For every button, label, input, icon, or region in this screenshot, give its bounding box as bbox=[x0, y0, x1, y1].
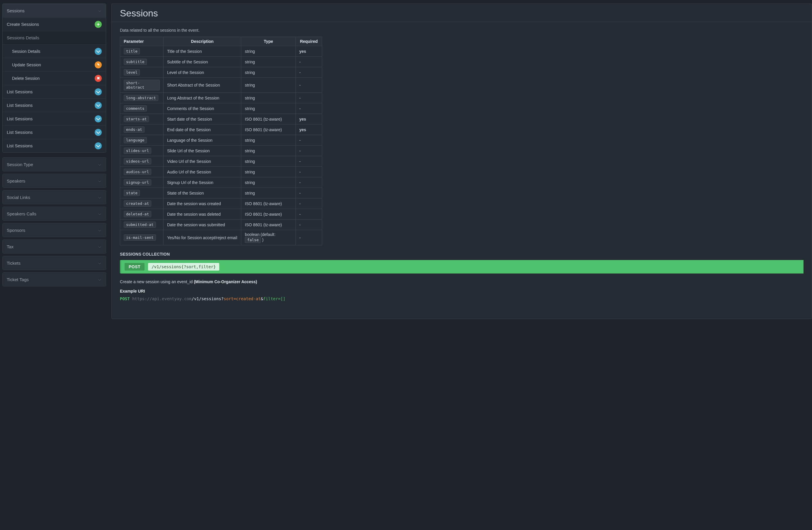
endpoint-description-bold: (Minimum Co-Organizer Access) bbox=[194, 279, 257, 284]
nav-header-tickets[interactable]: Tickets bbox=[3, 256, 106, 270]
cell-description: Audio Url of the Session bbox=[163, 167, 241, 177]
page-body: Data related to all the sessions in the … bbox=[112, 22, 812, 307]
nav-header-sponsors[interactable]: Sponsors bbox=[3, 223, 106, 237]
nav-group-ticket-tags: Ticket Tags bbox=[2, 272, 106, 287]
sidebar-item-list-sessions[interactable]: List Sessions bbox=[3, 112, 106, 125]
uri-amp: & bbox=[261, 296, 263, 301]
nav-group-social-links: Social Links bbox=[2, 190, 106, 204]
nav-header-tax[interactable]: Tax bbox=[3, 240, 106, 253]
cell-parameter: starts-at bbox=[120, 114, 163, 124]
chevron-down-icon bbox=[99, 212, 101, 215]
cell-parameter: slides-url bbox=[120, 145, 163, 156]
cell-parameter: long-abstract bbox=[120, 93, 163, 103]
cell-parameter: deleted-at bbox=[120, 209, 163, 220]
sidebar-item-sessions-details[interactable]: Sessions Details bbox=[3, 31, 106, 44]
param-code: long-abstract bbox=[124, 95, 158, 101]
sessions-collection-heading: SESSIONS COLLECTION bbox=[120, 252, 803, 256]
table-row: slides-urlSlide Url of the Sessionstring… bbox=[120, 145, 322, 156]
th-description: Description bbox=[163, 37, 241, 46]
cell-description: Comments of the Session bbox=[163, 103, 241, 114]
th-required: Required bbox=[295, 37, 322, 46]
nav-header-social-links[interactable]: Social Links bbox=[3, 191, 106, 204]
table-row: levelLevel of the Sessionstring- bbox=[120, 67, 322, 78]
sidebar-item-session-details[interactable]: Session Details bbox=[3, 44, 106, 58]
cell-required: yes bbox=[295, 124, 322, 135]
nav-header-ticket-tags[interactable]: Ticket Tags bbox=[3, 273, 106, 286]
nav-header-speakers[interactable]: Speakers bbox=[3, 174, 106, 187]
cell-description: Date the session was created bbox=[163, 198, 241, 209]
cell-description: Video Url of the Session bbox=[163, 156, 241, 167]
param-code: level bbox=[124, 69, 140, 75]
table-row: titleTitle of the Sessionstringyes bbox=[120, 46, 322, 57]
nav-header-label: Sessions bbox=[7, 8, 25, 13]
sidebar-item-label: List Sessions bbox=[7, 130, 32, 135]
cell-required: - bbox=[295, 57, 322, 67]
cell-required: - bbox=[295, 135, 322, 145]
nav-group-sessions: Sessions Create Sessions+Sessions Detail… bbox=[2, 3, 106, 153]
chevron-down-icon bbox=[99, 278, 101, 281]
cell-type: boolean (default: false ) bbox=[241, 230, 296, 245]
table-row: created-atDate the session was createdIS… bbox=[120, 198, 322, 209]
sidebar-item-list-sessions[interactable]: List Sessions bbox=[3, 98, 106, 112]
page: Sessions Data related to all the session… bbox=[111, 3, 812, 319]
table-row: stateState of the Sessionstring- bbox=[120, 188, 322, 198]
table-row: is-mail-sentYes/No for Session accept/re… bbox=[120, 230, 322, 245]
cell-description: Date the session was deleted bbox=[163, 209, 241, 220]
cell-parameter: short-abstract bbox=[120, 78, 163, 93]
intro-text: Data related to all the sessions in the … bbox=[120, 28, 803, 32]
cell-parameter: ends-at bbox=[120, 124, 163, 135]
type-text: boolean (default: bbox=[245, 232, 275, 237]
sidebar-item-list-sessions[interactable]: List Sessions bbox=[3, 125, 106, 139]
cell-parameter: language bbox=[120, 135, 163, 145]
endpoint-description-text: Create a new session using an event_id bbox=[120, 279, 194, 284]
table-row: starts-atStart date of the SessionISO 86… bbox=[120, 114, 322, 124]
cell-description: Slide Url of the Session bbox=[163, 145, 241, 156]
param-code: is-mail-sent bbox=[124, 235, 156, 241]
cell-required: - bbox=[295, 220, 322, 230]
sidebar-item-update-session[interactable]: Update Session✎ bbox=[3, 58, 106, 71]
sidebar-item-create-sessions[interactable]: Create Sessions+ bbox=[3, 17, 106, 31]
main: Sessions Data related to all the session… bbox=[108, 0, 812, 530]
cell-parameter: comments bbox=[120, 103, 163, 114]
param-code: created-at bbox=[124, 200, 151, 207]
cell-required: - bbox=[295, 177, 322, 188]
nav-header-label: Speakers Calls bbox=[7, 211, 37, 216]
th-type: Type bbox=[241, 37, 296, 46]
cell-parameter: level bbox=[120, 67, 163, 78]
param-code: ends-at bbox=[124, 126, 145, 132]
nav-header-session-type[interactable]: Session Type bbox=[3, 157, 106, 171]
cell-required: - bbox=[295, 167, 322, 177]
uri-sort: sort=created-at bbox=[224, 296, 261, 301]
plus-icon: + bbox=[95, 21, 102, 28]
cell-type: string bbox=[241, 67, 296, 78]
nav-header-speakers-calls[interactable]: Speakers Calls bbox=[3, 207, 106, 220]
param-code: comments bbox=[124, 106, 147, 112]
arrow-down-icon bbox=[95, 48, 102, 55]
sidebar-item-label: Sessions Details bbox=[7, 35, 39, 40]
cell-type: string bbox=[241, 167, 296, 177]
sidebar-item-list-sessions[interactable]: List Sessions bbox=[3, 139, 106, 152]
table-row: short-abstractShort Abstract of the Sess… bbox=[120, 78, 322, 93]
cell-description: Start date of the Session bbox=[163, 114, 241, 124]
param-code: starts-at bbox=[124, 116, 149, 122]
cell-required: - bbox=[295, 156, 322, 167]
nav-group-speakers: Speakers bbox=[2, 174, 106, 188]
sidebar: Sessions Create Sessions+Sessions Detail… bbox=[0, 0, 108, 530]
http-method-badge: POST bbox=[125, 263, 145, 270]
cell-type: ISO 8601 (tz-aware) bbox=[241, 220, 296, 230]
nav-header-label: Session Type bbox=[7, 162, 33, 167]
cell-parameter: created-at bbox=[120, 198, 163, 209]
param-code: submitted-at bbox=[124, 222, 156, 228]
sidebar-item-delete-session[interactable]: Delete Session✖ bbox=[3, 71, 106, 85]
cell-description: Signup Url of the Session bbox=[163, 177, 241, 188]
cell-required: yes bbox=[295, 46, 322, 57]
nav-header-label: Ticket Tags bbox=[7, 277, 29, 282]
param-code: subtitle bbox=[124, 59, 147, 65]
nav-group-session-type: Session Type bbox=[2, 157, 106, 171]
nav-header-sessions[interactable]: Sessions bbox=[3, 4, 106, 17]
sidebar-item-label: List Sessions bbox=[7, 103, 32, 108]
table-row: commentsComments of the Sessionstring- bbox=[120, 103, 322, 114]
arrow-down-icon bbox=[95, 88, 102, 95]
sidebar-item-list-sessions[interactable]: List Sessions bbox=[3, 85, 106, 98]
example-uri-label: Example URI bbox=[120, 289, 803, 293]
